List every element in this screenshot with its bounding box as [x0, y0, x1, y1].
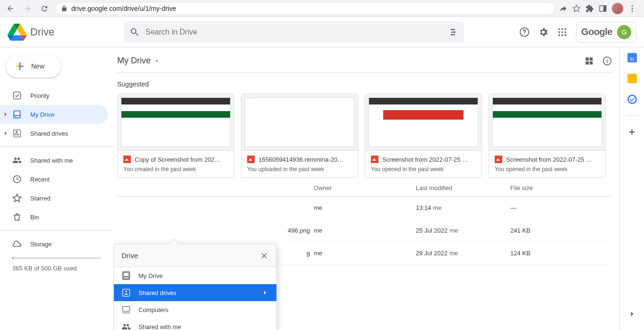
- move-item-shared-with-me[interactable]: Shared with me: [114, 318, 276, 330]
- svg-point-2: [632, 5, 633, 7]
- shared-drives-icon: [121, 288, 131, 297]
- svg-point-19: [15, 116, 16, 117]
- sidebar-item-label: Storage: [30, 241, 52, 248]
- thumbnail: [489, 94, 605, 151]
- divider: [627, 115, 638, 116]
- sidebar-item-bin[interactable]: Bin: [0, 208, 108, 226]
- cell-owner: me: [314, 227, 416, 234]
- suggested-heading: Suggested: [117, 73, 612, 94]
- svg-point-3: [632, 8, 633, 9]
- suggested-card[interactable]: Screenshot from 2022-07-25 …You opened i…: [365, 94, 482, 178]
- expand-icon[interactable]: [3, 112, 9, 117]
- svg-point-13: [561, 31, 563, 33]
- search-options-icon[interactable]: [448, 27, 458, 37]
- drive-icon: [12, 110, 22, 119]
- sidebar-item-label: Shared drives: [30, 130, 68, 137]
- cell-owner: me: [314, 250, 416, 257]
- breadcrumb[interactable]: My Drive: [117, 56, 160, 66]
- tasks-icon[interactable]: [627, 95, 637, 104]
- grid-view-icon[interactable]: [584, 56, 594, 66]
- sidebar-item-shared-drives[interactable]: Shared drives: [0, 124, 108, 143]
- col-modified[interactable]: Last modified: [416, 184, 510, 191]
- table-row[interactable]: me 13:14me —: [117, 197, 612, 219]
- move-panel-title: Drive: [121, 252, 138, 260]
- help-icon[interactable]: [519, 27, 530, 37]
- move-item-label: Shared drives: [138, 289, 176, 296]
- search-icon: [129, 27, 140, 37]
- cell-name: 496.png: [117, 227, 314, 234]
- extensions-icon[interactable]: [585, 4, 594, 13]
- image-file-icon: [247, 156, 255, 163]
- url-bar[interactable]: drive.google.com/drive/u/1/my-drive: [55, 2, 555, 15]
- collapse-panel-icon[interactable]: [627, 309, 637, 319]
- card-subtitle: You created in the past week: [123, 166, 228, 173]
- expand-icon[interactable]: [3, 130, 9, 136]
- move-item-my-drive[interactable]: My Drive: [114, 267, 276, 284]
- recent-icon: [12, 174, 22, 184]
- suggested-card[interactable]: ... 1656059414936.remmina-20…You uploade…: [241, 94, 358, 178]
- svg-rect-1: [603, 6, 606, 11]
- sidebar-item-shared-with-me[interactable]: Shared with me: [0, 151, 108, 170]
- svg-rect-28: [123, 306, 130, 311]
- move-item-computers[interactable]: Computers: [114, 301, 276, 318]
- cell-size: 124 KB: [510, 250, 612, 257]
- bin-icon: [12, 212, 22, 222]
- close-icon[interactable]: [259, 251, 269, 261]
- svg-rect-21: [586, 57, 589, 61]
- account-switcher[interactable]: Google G: [576, 22, 636, 43]
- forward-button[interactable]: [21, 2, 34, 15]
- storage-bar: [12, 257, 101, 259]
- svg-point-15: [558, 34, 560, 36]
- divider: [0, 230, 113, 231]
- lock-icon: [61, 5, 68, 12]
- cell-size: —: [510, 204, 612, 211]
- calendar-icon[interactable]: [627, 53, 637, 62]
- settings-icon[interactable]: [538, 27, 549, 37]
- drive-logo-block[interactable]: Drive: [8, 23, 112, 42]
- sidebar-item-starred[interactable]: Starred: [0, 189, 108, 208]
- card-subtitle: You opened in the past week: [495, 166, 600, 173]
- apps-icon[interactable]: [557, 27, 567, 37]
- sidebar-item-label: Priority: [30, 92, 49, 99]
- thumbnail: ...: [241, 94, 358, 151]
- image-file-icon: [371, 156, 378, 163]
- card-name: 1656059414936.remmina-20…: [258, 156, 343, 163]
- chrome-menu-icon[interactable]: [628, 4, 636, 13]
- star-icon[interactable]: [572, 4, 581, 13]
- main-content: My Drive Suggested Copy of Screenshot fr…: [113, 47, 619, 330]
- table-row[interactable]: 496.png me 25 Jul 2022me 241 KB: [117, 219, 612, 242]
- info-icon[interactable]: [602, 56, 612, 66]
- drive-icon: [121, 271, 131, 280]
- image-file-icon: [495, 156, 502, 163]
- card-name: Screenshot from 2022-07-25 …: [506, 156, 592, 163]
- share-icon[interactable]: [559, 4, 567, 13]
- suggested-card[interactable]: Screenshot from 2022-07-25 …You opened i…: [489, 94, 606, 178]
- svg-rect-18: [14, 92, 21, 99]
- thumbnail: [365, 94, 481, 151]
- profile-avatar[interactable]: [612, 3, 623, 14]
- back-button[interactable]: [4, 2, 17, 15]
- sidebar-item-label: My Drive: [30, 111, 54, 118]
- reload-button[interactable]: [38, 2, 51, 15]
- starred-icon: [12, 193, 22, 203]
- sidebar-item-priority[interactable]: Priority: [0, 86, 108, 105]
- col-owner[interactable]: Owner: [314, 184, 416, 191]
- storage-icon: [12, 239, 22, 249]
- search-input[interactable]: [146, 28, 442, 36]
- search-bar[interactable]: [124, 21, 464, 43]
- move-item-shared-drives[interactable]: Shared drives: [114, 284, 276, 301]
- col-size[interactable]: File size: [510, 184, 612, 191]
- google-logo-text: Google: [581, 26, 612, 37]
- new-button[interactable]: New: [6, 55, 61, 78]
- move-panel-header: Drive: [114, 244, 276, 267]
- sidebar-item-storage[interactable]: Storage: [0, 234, 108, 253]
- table-header: Owner Last modified File size: [117, 178, 612, 197]
- keep-icon[interactable]: [627, 74, 637, 83]
- sidebar-item-my-drive[interactable]: My Drive: [0, 105, 108, 124]
- sidepanel-icon[interactable]: [599, 4, 607, 13]
- addons-icon[interactable]: +: [627, 127, 637, 137]
- svg-point-14: [565, 31, 567, 33]
- thumbnail: [118, 94, 234, 151]
- suggested-card[interactable]: Copy of Screenshot from 202…You created …: [117, 94, 234, 178]
- sidebar-item-recent[interactable]: Recent: [0, 170, 108, 189]
